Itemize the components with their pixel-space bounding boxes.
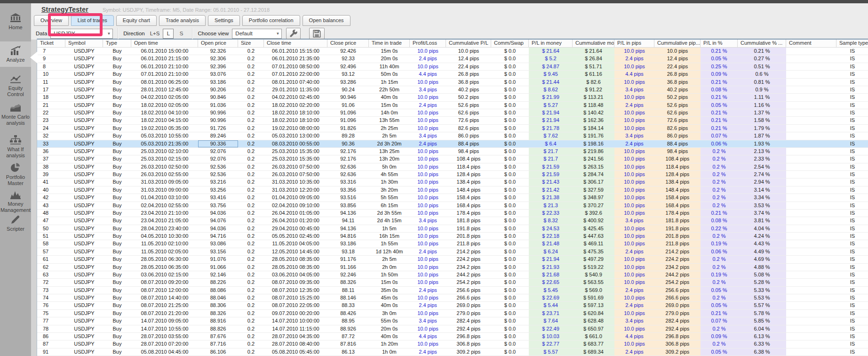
cell-size[interactable]: 0.2 [238, 348, 264, 356]
cell-cumulative_pips[interactable]: 72.6 pips [654, 117, 701, 124]
cell-ticket[interactable]: 63 [37, 271, 65, 278]
cell-cumulative_pct[interactable]: 6.04 % [738, 325, 786, 332]
cell-cumulative_pips[interactable]: 254.2 pips [654, 279, 701, 286]
cell-close_price[interactable]: 88.95 [327, 317, 369, 324]
table-row[interactable]: 77USDJPYBuy14.07.2010 09:05:0088.9160.21… [37, 317, 868, 325]
cell-cumulative_pct[interactable]: 0.51 % [738, 63, 786, 70]
table-row[interactable]: 57USDJPYBuy11.05.2010 02:05:0093.1560.21… [37, 248, 868, 256]
cell-cumulative_pips[interactable]: 178.4 pips [654, 210, 701, 217]
cell-pl_in_pips[interactable]: 10.0 pips [614, 264, 654, 271]
direction-option-l-s[interactable]: L+S [150, 31, 160, 36]
cell-symbol[interactable]: USDJPY [65, 225, 103, 232]
cell-open_time[interactable]: 08.07.2010 21:25:00 [131, 302, 198, 309]
cell-close_time[interactable]: 08.07.2010 15:25:00 [264, 294, 327, 301]
cell-ticket[interactable]: 91 [37, 348, 65, 356]
table-row[interactable]: 41USDJPYBuy31.03.2010 09:05:0093.2160.23… [37, 178, 868, 186]
cell-type[interactable]: Buy [103, 225, 131, 232]
cell-pl_in_pct[interactable]: 0.05 % [701, 102, 738, 109]
cell-cumulative_pl[interactable]: 201.8 pips [446, 233, 491, 240]
cell-open_price[interactable]: 91.726 [198, 125, 238, 132]
cell-symbol[interactable]: USDJPY [65, 178, 103, 186]
cell-cumulative_pct[interactable]: 2.13 % [738, 148, 786, 155]
cell-comment[interactable] [786, 340, 836, 348]
cell-time_in_trade[interactable]: 40m 0s [369, 302, 410, 309]
tab-equity-chart[interactable]: Equity chart [116, 15, 157, 26]
cell-pl_in_money[interactable]: $ 9.45 [529, 71, 573, 78]
cell-profit_loss[interactable]: 10.0 pips [410, 117, 446, 124]
cell-profit_loss[interactable]: 10.0 pips [410, 163, 446, 170]
cell-pl_in_pct[interactable]: 0.21 % [701, 210, 738, 217]
cell-pl_in_pct[interactable]: 0.07 % [701, 317, 738, 324]
cell-size[interactable]: 0.2 [238, 294, 264, 301]
cell-time_in_trade[interactable]: 2d 4h 15m [369, 217, 410, 224]
cell-time_in_trade[interactable]: 2h 5m [369, 256, 410, 263]
cell-open_price[interactable]: 92.306 [198, 55, 238, 62]
cell-cumulative_money[interactable]: $ 591.69 [573, 294, 614, 301]
cell-cumulative_pl[interactable]: 72.6 pips [446, 117, 491, 124]
cell-ticket[interactable]: 9 [37, 55, 65, 62]
cell-profit_loss[interactable]: 10.0 pips [410, 202, 446, 209]
cell-time_in_trade[interactable]: 5h 0m [369, 163, 410, 170]
cell-ticket[interactable]: 50 [37, 225, 65, 232]
cell-pl_in_pips[interactable]: 3.4 pips [614, 217, 654, 224]
cell-open_time[interactable]: 05.08.2010 04:45:00 [131, 348, 198, 356]
cell-open_price[interactable]: 93.756 [198, 202, 238, 209]
cell-time_in_trade[interactable]: 13h 25m [369, 148, 410, 155]
cell-open_price[interactable]: 87.676 [198, 333, 238, 340]
cell-cumulative_pct[interactable]: 5.08 % [738, 271, 786, 278]
cell-close_time[interactable]: 18.02.2010 18:10:00 [264, 109, 327, 116]
cell-cumulative_money[interactable]: $ 82.6 [573, 79, 614, 86]
cell-time_in_trade[interactable]: 15m 0s [369, 48, 410, 55]
cell-close_price[interactable]: 91.176 [327, 256, 369, 263]
cell-cumulative_pl[interactable]: 86.0 pips [446, 132, 491, 139]
cell-ticket[interactable]: 18 [37, 94, 65, 101]
cell-size[interactable]: 0.2 [238, 333, 264, 340]
cell-profit_loss[interactable]: 10.0 pips [410, 210, 446, 217]
cell-cumulative_money[interactable]: $ 519.22 [573, 264, 614, 271]
cell-open_time[interactable]: 08.07.2010 21:20:00 [131, 310, 198, 317]
cell-size[interactable]: 0.2 [238, 340, 264, 348]
cell-pl_in_money[interactable]: $ 21.42 [529, 186, 573, 194]
cell-comment[interactable] [786, 125, 836, 132]
cell-comm_swap[interactable]: $ 0.0 [491, 117, 529, 124]
cell-cumulative_pl[interactable]: 269.0 pips [446, 302, 491, 309]
cell-cumulative_pips[interactable]: 279.0 pips [654, 310, 701, 317]
cell-sample_type[interactable]: IS [836, 132, 868, 139]
cell-pl_in_money[interactable]: $ 21.93 [529, 264, 573, 271]
cell-size[interactable]: 0.2 [238, 202, 264, 209]
cell-close_time[interactable]: 05.03.2010 13:00:00 [264, 132, 327, 139]
table-row[interactable]: 86USDJPYBuy28.07.2010 03:55:0087.6760.22… [37, 333, 868, 340]
cell-open_time[interactable]: 28.01.2010 12:45:00 [131, 86, 198, 93]
cell-sample_type[interactable]: IS [836, 148, 868, 155]
cell-ticket[interactable]: 8 [37, 63, 65, 70]
column-header-cumulative_money[interactable]: Cummulative mo... [573, 40, 614, 47]
cell-pl_in_pips[interactable]: 10.0 pips [614, 125, 654, 132]
cell-symbol[interactable]: USDJPY [65, 155, 103, 162]
cell-pl_in_pips[interactable]: 10.0 pips [614, 325, 654, 332]
cell-sample_type[interactable]: IS [836, 310, 868, 317]
cell-size[interactable]: 0.2 [238, 225, 264, 232]
cell-cumulative_pips[interactable]: 168.4 pips [654, 202, 701, 209]
cell-close_price[interactable]: 92.426 [327, 48, 369, 55]
sidebar-item-analyze[interactable]: Analyze [0, 41, 31, 67]
cell-open_time[interactable]: 08.07.2010 09:20:00 [131, 279, 198, 286]
cell-comment[interactable] [786, 210, 836, 217]
cell-open_time[interactable]: 08.01.2010 06:25:00 [131, 79, 198, 86]
cell-cumulative_pl[interactable]: 309.2 pips [446, 348, 491, 356]
cell-cumulative_pips[interactable]: 86.0 pips [654, 132, 701, 139]
cell-close_time[interactable]: 04.02.2010 02:45:00 [264, 94, 327, 101]
cell-open_price[interactable]: 94.036 [198, 225, 238, 232]
cell-close_price[interactable]: 92.246 [327, 271, 369, 278]
cell-cumulative_money[interactable]: $ 683.77 [573, 340, 614, 348]
cell-size[interactable]: 0.2 [238, 155, 264, 162]
cell-cumulative_money[interactable]: $ 469.11 [573, 240, 614, 247]
cell-ticket[interactable]: 72 [37, 279, 65, 286]
cell-comm_swap[interactable]: $ 0.0 [491, 248, 529, 255]
cell-open_price[interactable]: 90.336 [198, 140, 238, 147]
cell-pl_in_pct[interactable]: 0.06 % [701, 248, 738, 255]
cell-close_time[interactable]: 26.04.2010 01:20:00 [264, 217, 327, 224]
cell-pl_in_money[interactable]: $ 5.57 [529, 348, 573, 356]
cell-comm_swap[interactable]: $ 0.0 [491, 264, 529, 271]
cell-sample_type[interactable]: IS [836, 71, 868, 78]
cell-cumulative_pips[interactable]: 10.0 pips [654, 48, 701, 55]
